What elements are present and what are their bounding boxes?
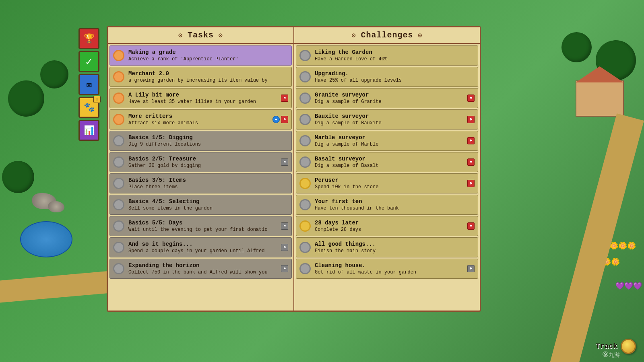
task-title-basics1: Basics 1/5: Digging bbox=[128, 134, 288, 141]
task-icons-critters: ●⚑ bbox=[272, 116, 288, 123]
tree bbox=[40, 60, 68, 88]
task-title-begins: And so it begins... bbox=[128, 241, 279, 248]
task-item-basics5[interactable]: Basics 5/5: Days Wait until the evening … bbox=[109, 216, 292, 236]
task-circle-upgrading bbox=[299, 71, 311, 82]
task-desc-lily: Have at least 35 water lilies in your ga… bbox=[128, 99, 279, 105]
paw-icon: 🐾 bbox=[84, 102, 95, 113]
task-icons-lily: ⚑ bbox=[281, 95, 288, 102]
challenges-header: ⊙ Challenges ⊙ bbox=[294, 27, 480, 44]
task-text-granite: Granite surveyor Dig a sample of Granite bbox=[315, 92, 465, 105]
task-circle-liking-garden bbox=[299, 50, 311, 61]
red-flag-icon: ⚑ bbox=[281, 116, 288, 123]
task-desc-first-ten: Have ten thousand in the bank bbox=[315, 206, 475, 211]
sidebar-btn-paw[interactable]: 🐾 ! bbox=[78, 97, 99, 118]
task-item-basics2[interactable]: Basics 2/5: Treasure Gather 30 gold by d… bbox=[109, 152, 292, 172]
task-item-first-ten[interactable]: Your first ten Have ten thousand in the … bbox=[296, 195, 478, 215]
task-text-upgrading: Upgrading. Have 25% of all upgrade level… bbox=[315, 70, 475, 83]
tasks-ornament-left: ⊙ bbox=[178, 31, 183, 39]
chart-icon: 📊 bbox=[84, 125, 95, 136]
task-text-liking-garden: Liking the Garden Have a Garden Love of … bbox=[315, 49, 475, 62]
task-icons-peruser: ⚑ bbox=[467, 180, 475, 187]
task-item-28-days[interactable]: 28 days later Complete 28 days ⚑ bbox=[296, 216, 478, 236]
task-desc-peruser: Spend 10k in the store bbox=[315, 184, 465, 190]
task-item-cleaning[interactable]: Cleaning house. Get rid of all waste in … bbox=[296, 259, 478, 279]
task-item-critters[interactable]: More critters Attract six more animals ●… bbox=[109, 109, 292, 130]
task-text-peruser: Peruser Spend 10k in the store bbox=[315, 177, 465, 190]
task-text-first-ten: Your first ten Have ten thousand in the … bbox=[315, 198, 475, 211]
task-circle-basics3 bbox=[113, 178, 124, 189]
sidebar: 🏆 ✓ ✉ 🐾 ! 📊 bbox=[78, 28, 101, 141]
task-desc-merchant: a growing garden by increasing its item … bbox=[128, 78, 288, 83]
task-icons-horizon: ⚑ bbox=[281, 265, 288, 272]
paw-badge: ! bbox=[93, 96, 101, 103]
task-circle-basics5 bbox=[113, 220, 124, 232]
task-title-making-grade: Making a grade bbox=[128, 49, 288, 56]
task-title-first-ten: Your first ten bbox=[315, 198, 475, 205]
sidebar-btn-chart[interactable]: 📊 bbox=[78, 120, 99, 141]
task-desc-horizon: Collect 750 in the bank and Alfred will … bbox=[128, 269, 279, 275]
sidebar-btn-trophy[interactable]: 🏆 bbox=[78, 28, 99, 49]
task-item-basics1[interactable]: Basics 1/5: Digging Dig 9 different loca… bbox=[109, 131, 292, 151]
task-item-basics4[interactable]: Basics 4/5: Selecting Sell some items in… bbox=[109, 195, 292, 215]
task-text-critters: More critters Attract six more animals bbox=[128, 113, 270, 126]
task-text-basalt: Basalt surveyor Dig a sample of Basalt bbox=[315, 156, 465, 169]
task-item-liking-garden[interactable]: Liking the Garden Have a Garden Love of … bbox=[296, 45, 478, 66]
task-item-basalt[interactable]: Basalt surveyor Dig a sample of Basalt ⚑ bbox=[296, 152, 478, 172]
task-title-bauxite: Bauxite surveyor bbox=[315, 113, 465, 120]
task-circle-horizon bbox=[113, 263, 124, 274]
mail-icon: ✉ bbox=[86, 79, 91, 90]
task-item-upgrading[interactable]: Upgrading. Have 25% of all upgrade level… bbox=[296, 67, 478, 87]
task-desc-basics1: Dig 9 different locations bbox=[128, 142, 288, 147]
task-desc-basalt: Dig a sample of Basalt bbox=[315, 163, 465, 169]
task-item-making-grade[interactable]: Making a grade Achieve a rank of 'Appren… bbox=[109, 45, 292, 66]
task-item-marble[interactable]: Marble surveyor Dig a sample of Marble ⚑ bbox=[296, 131, 478, 151]
task-item-basics3[interactable]: Basics 3/5: Items Place three items bbox=[109, 173, 292, 193]
tasks-title: Tasks bbox=[188, 31, 214, 40]
task-text-basics3: Basics 3/5: Items Place three items bbox=[128, 177, 288, 190]
task-item-good-things[interactable]: All good things... Finish the main story bbox=[296, 237, 478, 257]
task-title-granite: Granite surveyor bbox=[315, 92, 465, 99]
red-flag-icon: ⚑ bbox=[467, 95, 475, 102]
task-circle-begins bbox=[113, 242, 124, 253]
task-circle-merchant bbox=[113, 71, 124, 82]
panel-columns: ⊙ Tasks ⊙ Making a grade Achieve a rank … bbox=[108, 27, 480, 311]
task-desc-28-days: Complete 28 days bbox=[315, 227, 465, 232]
task-title-basics5: Basics 5/5: Days bbox=[128, 220, 279, 226]
task-desc-liking-garden: Have a Garden Love of 40% bbox=[315, 56, 475, 62]
task-item-peruser[interactable]: Peruser Spend 10k in the store ⚑ bbox=[296, 173, 478, 193]
task-icons-begins: ⚑ bbox=[281, 244, 288, 251]
gray-flag-icon: ⚑ bbox=[281, 265, 288, 272]
pond bbox=[20, 221, 72, 257]
task-item-begins[interactable]: And so it begins... Spend a couple days … bbox=[109, 237, 292, 257]
task-text-merchant: Merchant 2.0 a growing garden by increas… bbox=[128, 70, 288, 83]
rock bbox=[48, 201, 64, 212]
check-icon: ✓ bbox=[86, 55, 93, 68]
task-text-basics2: Basics 2/5: Treasure Gather 30 gold by d… bbox=[128, 156, 279, 169]
gray-flag-icon: ⚑ bbox=[281, 244, 288, 251]
task-icons-basalt: ⚑ bbox=[467, 158, 475, 166]
challenges-ornament-right: ⊙ bbox=[418, 31, 423, 39]
task-desc-granite: Dig a sample of Granite bbox=[315, 99, 465, 105]
task-circle-basalt bbox=[299, 156, 311, 168]
task-item-lily[interactable]: A Lily bit more Have at least 35 water l… bbox=[109, 88, 292, 108]
task-desc-basics5: Wait until the evening to get your first… bbox=[128, 227, 279, 232]
task-item-bauxite[interactable]: Bauxite surveyor Dig a sample of Bauxite… bbox=[296, 109, 478, 130]
task-item-horizon[interactable]: Expanding the horizon Collect 750 in the… bbox=[109, 259, 292, 279]
tree bbox=[2, 161, 34, 193]
task-desc-bauxite: Dig a sample of Bauxite bbox=[315, 120, 465, 126]
tasks-column: ⊙ Tasks ⊙ Making a grade Achieve a rank … bbox=[108, 27, 294, 311]
task-item-merchant[interactable]: Merchant 2.0 a growing garden by increas… bbox=[109, 67, 292, 87]
task-circle-first-ten bbox=[299, 199, 311, 210]
sidebar-btn-mail[interactable]: ✉ bbox=[78, 74, 99, 95]
task-circle-28-days bbox=[299, 220, 311, 232]
task-circle-peruser bbox=[299, 178, 311, 189]
tasks-header: ⊙ Tasks ⊙ bbox=[108, 27, 293, 44]
task-circle-critters bbox=[113, 114, 124, 125]
sidebar-btn-check[interactable]: ✓ bbox=[78, 51, 99, 72]
building bbox=[576, 80, 624, 117]
task-circle-granite bbox=[299, 93, 311, 104]
task-text-basics4: Basics 4/5: Selecting Sell some items in… bbox=[128, 198, 288, 211]
task-item-granite[interactable]: Granite surveyor Dig a sample of Granite… bbox=[296, 88, 478, 108]
task-text-cleaning: Cleaning house. Get rid of all waste in … bbox=[315, 262, 465, 275]
task-icons-basics5: ⚑ bbox=[281, 222, 288, 230]
